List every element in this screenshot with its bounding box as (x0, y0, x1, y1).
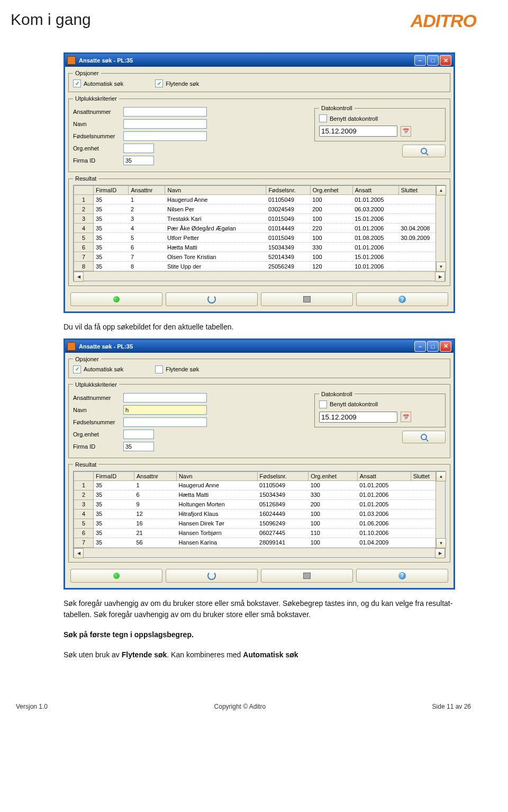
scroll-down-icon[interactable]: ▼ (436, 262, 446, 272)
column-header[interactable]: FirmaID (94, 471, 134, 480)
scroll-up-icon[interactable]: ▲ (436, 471, 446, 481)
table-cell: 12 (134, 509, 176, 519)
table-cell: Trestakk Kari (165, 214, 266, 224)
ansattnummer-input[interactable] (123, 393, 207, 403)
floating-search-checkbox[interactable]: Flytende søk (155, 365, 199, 373)
column-header[interactable]: Navn (165, 186, 266, 195)
navn-input[interactable] (123, 119, 207, 129)
table-row[interactable]: 4354Pær Åke Ødegård Ægølan0101444922001.… (74, 224, 445, 233)
navn-input[interactable] (123, 405, 207, 415)
benytt-datokontroll-checkbox[interactable]: Benytt datokontroll (319, 400, 441, 408)
table-row[interactable]: 1351Haugerud Anne0110504910001.01.2005 (74, 480, 445, 490)
auto-search-checkbox[interactable]: ✓ Automatisk søk (73, 79, 123, 87)
refresh-icon (207, 295, 216, 304)
titlebar[interactable]: Ansatte søk - PL:35 – □ ✕ (65, 340, 453, 353)
vertical-scrollbar[interactable]: ▲ ▼ (436, 471, 445, 548)
minimize-button[interactable]: – (414, 341, 426, 352)
horizontal-scrollbar[interactable]: ◀ ▶ (74, 548, 445, 557)
checkbox-icon (319, 400, 327, 408)
column-header[interactable]: Ansattnr (129, 186, 165, 195)
scroll-right-icon[interactable]: ▶ (435, 548, 445, 558)
benytt-datokontroll-checkbox[interactable]: Benytt datokontroll (319, 114, 441, 122)
table-row[interactable]: 63521Hansen Torbjørn0602744511001.10.200… (74, 528, 445, 538)
orgenhet-input[interactable] (123, 430, 154, 439)
table-cell: 01.03.2006 (357, 509, 411, 519)
table-row[interactable]: 1351Haugerud Anne0110504910001.01.2005 (74, 195, 445, 204)
calendar-button[interactable]: 📅 (401, 412, 411, 422)
ok-button[interactable] (70, 569, 162, 583)
column-header[interactable]: Fødselsnr. (257, 471, 309, 480)
fodselsnummer-input[interactable] (123, 417, 207, 427)
auto-search-checkbox[interactable]: ✓ Automatisk søk (73, 365, 123, 373)
column-header[interactable]: Ansattnr (134, 471, 176, 480)
column-header[interactable]: Org.enhet (309, 471, 358, 480)
table-cell: 01014449 (266, 224, 310, 233)
scroll-right-icon[interactable]: ▶ (435, 272, 445, 282)
column-header[interactable]: Ansatt (357, 471, 411, 480)
table-row[interactable]: 5355Utforr Petter0101504910001.08.200530… (74, 233, 445, 243)
dato-input[interactable] (319, 412, 397, 423)
refresh-button[interactable] (166, 569, 258, 583)
table-cell: 3 (129, 214, 165, 224)
result-table[interactable]: FirmaIDAnsattnrNavnFødselsnr.Org.enhetAn… (74, 471, 445, 548)
table-row[interactable]: 6356Hætta Matti1503434933001.01.2006 (74, 243, 445, 252)
table-row[interactable]: 3353Trestakk Kari0101504910015.01.2006 (74, 214, 445, 224)
fodselsnummer-input[interactable] (123, 131, 207, 141)
column-header[interactable]: Ansatt (352, 186, 398, 195)
minimize-button[interactable]: – (414, 55, 426, 66)
table-row[interactable]: 43512Hitrafjord Klaus1602444910001.03.20… (74, 509, 445, 519)
maximize-button[interactable]: □ (427, 341, 439, 352)
table-row[interactable]: 53516Hansen Direk Tør1509624910001.06.20… (74, 519, 445, 528)
ok-button[interactable] (70, 292, 162, 306)
vertical-scrollbar[interactable]: ▲ ▼ (436, 185, 445, 272)
table-cell: 16 (134, 519, 176, 528)
table-row[interactable]: 3359Holtungen Morten0512684920001.01.200… (74, 499, 445, 509)
table-cell: 1 (74, 195, 94, 204)
search-button[interactable] (402, 431, 446, 443)
table-row[interactable]: 73556Hansen Karina2809914110001.04.2009 (74, 538, 445, 547)
navn-label: Navn (73, 121, 123, 127)
print-button[interactable] (261, 292, 353, 306)
table-cell: 35 (94, 252, 129, 262)
scroll-up-icon[interactable]: ▲ (436, 185, 446, 195)
scroll-left-icon[interactable]: ◀ (74, 272, 84, 282)
close-button[interactable]: ✕ (440, 55, 451, 66)
maximize-button[interactable]: □ (427, 55, 439, 66)
calendar-button[interactable]: 📅 (401, 126, 411, 137)
table-row[interactable]: 7357Olsen Tore Kristian5201434910015.01.… (74, 252, 445, 262)
table-cell: 8 (129, 262, 165, 271)
refresh-button[interactable] (166, 292, 258, 306)
print-button[interactable] (261, 569, 353, 583)
table-cell: 8 (74, 262, 94, 271)
search-button[interactable] (402, 145, 446, 157)
scroll-down-icon[interactable]: ▼ (436, 538, 446, 548)
titlebar[interactable]: Ansatte søk - PL:35 – □ ✕ (65, 54, 453, 67)
column-header[interactable]: Org.enhet (310, 186, 352, 195)
column-header[interactable]: Fødselsnr. (266, 186, 310, 195)
table-cell: 35 (94, 490, 134, 499)
scroll-left-icon[interactable]: ◀ (74, 548, 84, 558)
table-row[interactable]: 2356Hætta Matti1503434933001.01.2006 (74, 490, 445, 499)
firmaid-input[interactable] (123, 442, 154, 451)
table-cell: 100 (309, 509, 358, 519)
horizontal-scrollbar[interactable]: ◀ ▶ (74, 271, 445, 281)
table-cell: Nilsen Per (165, 204, 266, 214)
help-button[interactable]: ? (356, 569, 448, 583)
app-icon (67, 56, 76, 65)
table-row[interactable]: 2352Nilsen Per0302454920006.03.2000 (74, 204, 445, 214)
orgenhet-input[interactable] (123, 144, 154, 153)
table-cell: 6 (74, 528, 94, 538)
close-button[interactable]: ✕ (440, 341, 451, 352)
result-table[interactable]: FirmaIDAnsattnrNavnFødselsnr.Org.enhetAn… (74, 185, 445, 271)
help-button[interactable]: ? (356, 292, 448, 306)
table-row[interactable]: 8358Stite Upp der2505624912010.01.2006 (74, 262, 445, 271)
column-header[interactable]: Navn (176, 471, 257, 480)
floating-search-checkbox[interactable]: ✓ Flytende søk (155, 79, 199, 87)
paragraph-4: Søk uten bruk av Flytende søk. Kan kombi… (64, 649, 455, 661)
column-header[interactable]: FirmaID (94, 186, 129, 195)
dato-input[interactable] (319, 126, 397, 137)
help-icon: ? (398, 572, 406, 579)
table-cell: 100 (309, 519, 358, 528)
firmaid-input[interactable] (123, 156, 154, 165)
ansattnummer-input[interactable] (123, 107, 207, 117)
